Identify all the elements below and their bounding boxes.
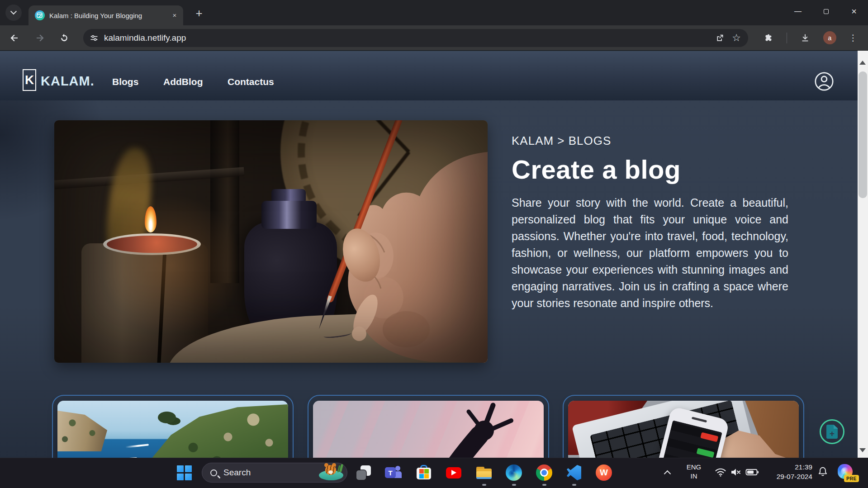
tab-title: Kalam : Building Your Blogging <box>49 12 142 19</box>
running-indicator <box>572 484 576 486</box>
search-placeholder: Search <box>223 468 318 478</box>
vignette-overlay <box>54 120 488 363</box>
nav-link-contactus[interactable]: Contactus <box>228 76 274 87</box>
vscode-button[interactable] <box>565 464 583 481</box>
start-button[interactable] <box>175 464 193 481</box>
pine-tree <box>158 412 176 423</box>
webpage: K KALAM. Blogs AddBlog Contactus <box>0 51 868 458</box>
copilot-preview-badge: PRE <box>844 475 859 482</box>
extensions-icon[interactable] <box>761 31 775 45</box>
running-indicator <box>542 484 546 486</box>
youtube-button[interactable] <box>445 464 462 481</box>
battery-icon[interactable] <box>745 467 759 479</box>
chrome-button[interactable] <box>536 464 553 481</box>
task-view-icon <box>356 464 372 481</box>
language-line2: IN <box>680 472 707 481</box>
task-view-button[interactable] <box>355 464 372 481</box>
toolbar-divider <box>787 33 787 43</box>
wps-office-button[interactable]: W <box>595 464 612 481</box>
blog-card-coastal-island[interactable] <box>57 401 288 458</box>
url-text: kalamindia.netlify.app <box>104 33 715 43</box>
restore-icon <box>824 9 829 14</box>
store-icon <box>415 464 432 481</box>
page-title: Create a blog <box>512 154 788 185</box>
file-explorer-icon <box>475 464 493 481</box>
vscode-icon <box>567 465 581 480</box>
site-logo[interactable]: K <box>23 69 36 91</box>
wifi-icon[interactable] <box>715 467 726 479</box>
site-settings-icon[interactable] <box>90 33 99 43</box>
arm-silhouette <box>313 401 544 458</box>
microsoft-store-button[interactable] <box>415 464 432 481</box>
teams-icon: T <box>385 464 402 481</box>
new-tab-button[interactable]: + <box>192 6 206 21</box>
intro-paragraph: Share your story with the world. Create … <box>512 194 788 312</box>
running-indicator <box>482 484 486 486</box>
window-close-button[interactable]: × <box>840 0 868 23</box>
window-minimize-button[interactable]: — <box>784 0 812 23</box>
running-indicator <box>512 484 516 486</box>
window-controls: — × <box>784 0 868 23</box>
site-navbar: K KALAM. Blogs AddBlog Contactus <box>0 51 868 100</box>
windows-logo-icon <box>177 465 192 480</box>
reload-button[interactable] <box>57 31 71 45</box>
share-icon[interactable] <box>715 33 725 43</box>
site-favicon-icon <box>35 10 45 20</box>
window-restore-button[interactable] <box>812 0 840 23</box>
scroll-down-arrow[interactable] <box>859 448 866 452</box>
taskbar-search[interactable]: Search <box>202 463 347 483</box>
language-line1: ENG <box>680 463 707 472</box>
breadcrumb[interactable]: KALAM > BLOGS <box>512 134 788 148</box>
blog-card-sunset-silhouette[interactable] <box>313 401 544 458</box>
page-scrollbar[interactable] <box>858 51 868 458</box>
teams-button[interactable]: T <box>385 464 402 481</box>
tab-search-button[interactable] <box>5 5 22 21</box>
hero-text-column: KALAM > BLOGS Create a blog Share your s… <box>512 134 788 312</box>
back-button[interactable] <box>7 31 22 45</box>
scrollbar-thumb[interactable] <box>859 71 867 198</box>
language-indicator[interactable]: ENG IN <box>680 463 707 481</box>
hero-image-writing-scene <box>54 120 488 363</box>
search-icon <box>210 469 217 476</box>
nav-link-addblog[interactable]: AddBlog <box>163 76 203 87</box>
downloads-button[interactable] <box>798 31 812 45</box>
site-logo-text[interactable]: KALAM. <box>41 74 95 89</box>
bookmark-star-icon[interactable]: ☆ <box>732 32 741 44</box>
chevron-down-icon <box>10 8 17 14</box>
forward-button[interactable] <box>33 31 47 45</box>
user-profile-icon[interactable] <box>814 71 835 92</box>
youtube-icon <box>446 467 461 479</box>
browser-tab-active[interactable]: Kalam : Building Your Blogging × <box>28 5 183 25</box>
add-document-icon: + <box>826 425 838 439</box>
edge-icon <box>506 464 522 481</box>
address-bar[interactable]: kalamindia.netlify.app ☆ <box>83 29 748 47</box>
tray-time: 21:39 <box>758 462 812 472</box>
nav-link-blogs[interactable]: Blogs <box>112 76 138 87</box>
add-blog-fab[interactable]: + <box>820 419 844 444</box>
tray-clock[interactable]: 21:39 29-07-2024 <box>758 462 812 481</box>
tab-title-fade <box>153 5 167 25</box>
browser-menu-button[interactable]: ⋮ <box>848 31 859 45</box>
volume-muted-icon[interactable] <box>730 467 742 479</box>
tab-close-button[interactable]: × <box>170 10 180 20</box>
blog-card-laptop-stocks[interactable] <box>568 401 799 458</box>
browser-toolbar: kalamindia.netlify.app ☆ a ⋮ <box>0 25 868 50</box>
browser-profile-avatar[interactable]: a <box>823 31 836 44</box>
screen: Kalam : Building Your Blogging × + — × k… <box>0 0 868 488</box>
edge-button[interactable] <box>505 464 522 481</box>
browser-tabstrip: Kalam : Building Your Blogging × + — × <box>0 0 868 25</box>
search-highlight-tiger-icon[interactable] <box>318 464 344 481</box>
notifications-bell-icon[interactable] <box>817 466 829 479</box>
file-explorer-button[interactable] <box>475 464 493 481</box>
chrome-icon <box>536 464 552 481</box>
scroll-up-arrow[interactable] <box>859 61 866 65</box>
tray-date: 29-07-2024 <box>758 472 812 481</box>
wps-icon: W <box>596 464 612 481</box>
